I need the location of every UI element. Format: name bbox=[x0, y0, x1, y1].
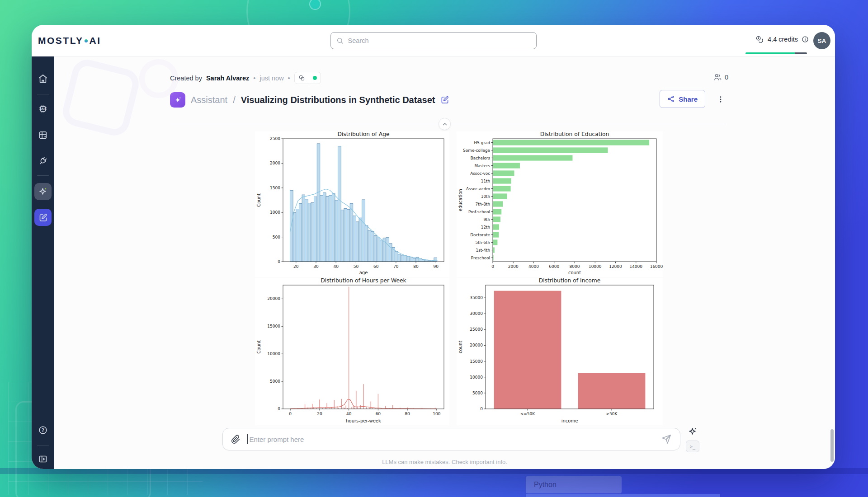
terminal-icon: >_ bbox=[690, 444, 695, 449]
breadcrumb-assistant[interactable]: Assistant bbox=[191, 95, 227, 105]
logo-text-right: AI bbox=[90, 35, 101, 46]
sidebar-item-collapse-panel[interactable] bbox=[34, 450, 52, 468]
terminal-button[interactable]: >_ bbox=[686, 441, 699, 452]
svg-text:9th: 9th bbox=[483, 217, 490, 222]
search-box[interactable] bbox=[330, 32, 537, 49]
svg-text:Count: Count bbox=[256, 340, 261, 354]
title-row: Assistant / Visualizing Distributions in… bbox=[170, 91, 449, 109]
sidebar-item-connectors[interactable] bbox=[34, 152, 52, 169]
separator-dot: • bbox=[253, 75, 255, 82]
svg-text:10000: 10000 bbox=[589, 264, 602, 269]
svg-text:2500: 2500 bbox=[270, 136, 280, 141]
created-by-row: Created by Sarah Alvarez • just now • bbox=[170, 72, 321, 84]
send-icon bbox=[661, 434, 672, 445]
income-bar-chart: <=50K>50K0500010000150002000025000300003… bbox=[457, 278, 663, 425]
share-button[interactable]: Share bbox=[660, 90, 705, 108]
svg-text:income: income bbox=[561, 418, 578, 423]
svg-text:Distribution of Education: Distribution of Education bbox=[540, 131, 609, 137]
table-sparkle-icon bbox=[38, 130, 48, 140]
disclaimer-text: LLMs can make mistakes. Check important … bbox=[54, 459, 835, 465]
scrollbar-thumb[interactable] bbox=[830, 429, 834, 462]
share-icon bbox=[667, 95, 675, 103]
search-input[interactable] bbox=[348, 37, 531, 44]
svg-text:15000: 15000 bbox=[267, 324, 280, 328]
send-button[interactable] bbox=[661, 434, 672, 445]
svg-text:40: 40 bbox=[346, 412, 352, 416]
svg-text:20000: 20000 bbox=[267, 296, 280, 301]
svg-text:80: 80 bbox=[405, 412, 410, 416]
svg-text:100: 100 bbox=[433, 412, 440, 416]
svg-text:1000: 1000 bbox=[270, 210, 280, 215]
more-options-button[interactable] bbox=[715, 94, 726, 105]
compose-icon bbox=[38, 213, 48, 222]
svg-text:count: count bbox=[458, 341, 463, 353]
users-icon bbox=[713, 73, 722, 81]
svg-text:14000: 14000 bbox=[629, 264, 642, 269]
separator-dot: • bbox=[288, 75, 290, 82]
svg-text:70: 70 bbox=[393, 264, 399, 269]
main-content: Created by Sarah Alvarez • just now • 0 … bbox=[54, 56, 835, 469]
sidebar-item-help[interactable]: ? bbox=[34, 422, 52, 439]
svg-text:0: 0 bbox=[491, 264, 494, 269]
page-title: Visualizing Distributions in Synthetic D… bbox=[241, 95, 435, 105]
blocks-icon bbox=[295, 75, 309, 81]
age-histogram-chart: 203040506070809005001000150020002500Dist… bbox=[255, 131, 449, 277]
content-decoration-square bbox=[60, 56, 142, 139]
edit-title-button[interactable] bbox=[440, 95, 449, 104]
text-caret bbox=[247, 434, 248, 444]
created-time: just now bbox=[259, 75, 283, 82]
svg-text:Assoc-acdm: Assoc-acdm bbox=[466, 187, 490, 191]
credits-coins-icon bbox=[755, 35, 764, 44]
status-green-dot bbox=[313, 76, 317, 80]
svg-text:2000: 2000 bbox=[508, 264, 519, 269]
logo-text-left: MOSTLY bbox=[38, 35, 84, 46]
svg-text:7th-8th: 7th-8th bbox=[476, 202, 490, 206]
svg-text:6000: 6000 bbox=[549, 264, 559, 269]
svg-text:11th: 11th bbox=[481, 179, 490, 183]
svg-text:20000: 20000 bbox=[470, 343, 483, 347]
svg-text:Some-college: Some-college bbox=[463, 148, 490, 153]
sidebar-item-datasets[interactable] bbox=[34, 127, 52, 144]
svg-text:60: 60 bbox=[373, 264, 379, 269]
avatar[interactable]: SA bbox=[813, 32, 830, 49]
education-bar-chart: 0200040006000800010000120001400016000HS-… bbox=[457, 131, 663, 277]
logo-dot bbox=[85, 39, 88, 42]
svg-text:Masters: Masters bbox=[474, 164, 490, 168]
collaborators-widget[interactable]: 0 bbox=[713, 73, 728, 81]
edit-pencil-icon bbox=[440, 95, 449, 104]
svg-text:40: 40 bbox=[333, 264, 339, 269]
chevron-up-icon bbox=[442, 121, 448, 127]
svg-text:4000: 4000 bbox=[528, 264, 539, 269]
sidebar-divider bbox=[37, 94, 49, 94]
svg-text:15000: 15000 bbox=[470, 359, 483, 364]
svg-text:30000: 30000 bbox=[470, 311, 483, 316]
credits-label: 4.4 credits bbox=[768, 36, 798, 43]
svg-text:10000: 10000 bbox=[267, 352, 280, 356]
sidebar-divider bbox=[37, 175, 49, 176]
svg-text:Bachelors: Bachelors bbox=[471, 156, 491, 160]
attach-file-button[interactable] bbox=[231, 435, 241, 444]
sidebar-item-assistant-active[interactable] bbox=[34, 183, 52, 200]
panel-toggle-icon bbox=[38, 454, 48, 464]
svg-text:count: count bbox=[568, 270, 581, 275]
svg-text:Distribution of Age: Distribution of Age bbox=[337, 131, 389, 137]
sidebar-item-new-chat[interactable] bbox=[34, 209, 52, 226]
svg-text:Distribution of Hours per Week: Distribution of Hours per Week bbox=[321, 278, 406, 284]
sidebar-item-home[interactable] bbox=[34, 70, 52, 87]
info-icon[interactable] bbox=[802, 36, 809, 43]
collapse-chat-button[interactable] bbox=[439, 118, 451, 130]
created-by-label: Created by bbox=[170, 75, 202, 82]
svg-text:education: education bbox=[458, 189, 463, 211]
svg-text:0: 0 bbox=[278, 259, 280, 264]
svg-text:20: 20 bbox=[317, 412, 322, 416]
author-name: Sarah Alvarez bbox=[206, 75, 249, 82]
assistant-badge bbox=[170, 92, 185, 108]
svg-text:12000: 12000 bbox=[609, 264, 622, 269]
sparkle-dark-icon bbox=[688, 427, 698, 436]
model-status-pill[interactable] bbox=[294, 72, 321, 84]
top-bar: MOSTLYAI 4.4 credits SA bbox=[32, 25, 835, 56]
collaborators-count: 0 bbox=[725, 74, 728, 81]
assistant-sparkle-button[interactable] bbox=[686, 425, 699, 438]
prompt-input[interactable]: Enter prompt here bbox=[222, 428, 680, 450]
sidebar-item-models[interactable]: AI bbox=[34, 100, 52, 117]
